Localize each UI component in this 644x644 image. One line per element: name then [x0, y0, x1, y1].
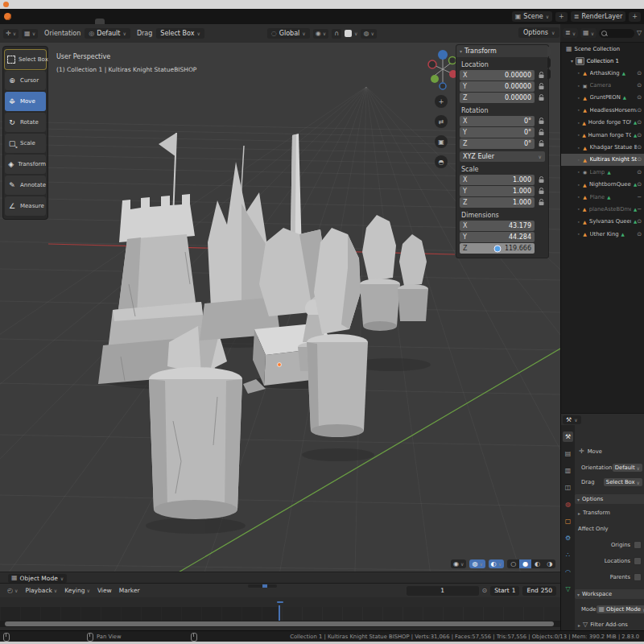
properties-tab[interactable]: ◠ — [563, 567, 573, 577]
eye-icon[interactable]: ⊙ — [637, 231, 642, 237]
n-panel-tab[interactable] — [547, 47, 551, 56]
checkbox-icon[interactable] — [634, 541, 642, 549]
lock-icon[interactable] — [537, 176, 545, 184]
lock-icon[interactable] — [537, 118, 545, 125]
outliner-object-row[interactable]: • ▲ Uther King ▲ ⊙ − — [561, 228, 644, 240]
pan-view-button[interactable]: ⇄ — [435, 115, 448, 128]
gizmo-dropdown[interactable]: ◉ ∨ — [451, 559, 466, 568]
filter-icon[interactable]: ▽ — [637, 30, 642, 36]
scene-collection-row[interactable]: ▦ Scene Collection — [561, 43, 644, 55]
camera-view-button[interactable]: ▣ — [435, 135, 448, 148]
value-field[interactable]: Y 0.00000 — [460, 81, 535, 92]
properties-tab[interactable]: ▥ — [563, 465, 573, 476]
proportional-edit-dropdown[interactable]: ◍ ∨ — [361, 29, 376, 39]
outliner-object-row[interactable]: • ▲ Kultiras Knight Statue BISHO ▲ ⊙ − — [561, 154, 644, 166]
auto-key-button[interactable]: ⊙ — [482, 588, 488, 594]
workspace-tab[interactable] — [119, 19, 129, 24]
options-button[interactable]: Options ∨ — [518, 27, 559, 38]
eye-closed-icon[interactable]: − — [637, 206, 642, 213]
orientation-dropdown[interactable]: Default ∨ — [613, 464, 642, 472]
timeline-playhead[interactable] — [279, 605, 280, 621]
timeline-menu[interactable]: Playback ∨ — [25, 587, 57, 594]
orientation-dropdown[interactable]: ◎ Default ∨ — [85, 28, 130, 39]
rotation-mode-dropdown[interactable]: XYZ Euler ∨ — [460, 151, 545, 162]
value-field[interactable]: Y 1.000 — [460, 186, 535, 196]
lock-icon[interactable] — [537, 83, 545, 90]
transform-panel-header[interactable]: ▾ Transform — [456, 45, 548, 57]
snap-target-swatch[interactable] — [345, 30, 352, 37]
lock-icon[interactable] — [537, 199, 545, 206]
outliner-object-row[interactable]: • ▲ GruntPEON ▲ ⊙ − — [561, 92, 644, 104]
outliner-object-row[interactable]: • ▲ Plane ▲ ⊙ − — [561, 191, 644, 203]
transform-subsection[interactable]: ▸ Transform — [575, 510, 644, 516]
filter-addons-row[interactable]: ▸ ▽ Filter Add-ons — [575, 621, 644, 628]
workspace-tab[interactable] — [83, 19, 93, 24]
eye-icon[interactable]: ⊙ — [637, 218, 642, 225]
outliner-object-row[interactable]: • ▲ planeAsteBDmen ▲ ⊙ − — [561, 203, 644, 215]
workspace-tab[interactable] — [71, 19, 80, 24]
drag-dropdown[interactable]: Select Box ∨ — [604, 478, 642, 486]
mode-dropdown[interactable]: ▦ Object Mode ∨ — [8, 574, 67, 583]
collection-row[interactable]: ▾ ▦ Collection 1 — [561, 55, 644, 67]
properties-tab[interactable]: ▤ — [563, 448, 573, 459]
toolbar-button[interactable]: Scale — [5, 134, 46, 153]
eye-icon[interactable]: ⊙ — [637, 107, 642, 114]
workspace-tab[interactable] — [95, 19, 105, 24]
lock-icon[interactable] — [537, 188, 545, 195]
playback-button[interactable] — [272, 584, 277, 588]
drag-dropdown[interactable]: Select Box ∨ — [156, 28, 204, 39]
xray-toggle[interactable]: ◐ ∨ — [489, 559, 504, 568]
workspace-section-header[interactable]: ▾ Workspace — [575, 589, 644, 599]
value-field[interactable]: X 0.00000 — [460, 70, 535, 80]
timeline-menu[interactable]: Keying ∨ — [64, 587, 90, 594]
lock-icon[interactable] — [537, 72, 545, 79]
value-field[interactable]: X 0° — [460, 116, 535, 126]
toolbar-button[interactable]: ⊕ Cursor — [5, 71, 46, 90]
shading-solid-button[interactable]: ● — [519, 559, 531, 568]
workspace-tab[interactable] — [131, 19, 141, 24]
value-field[interactable]: Z 119.666 — [460, 243, 535, 254]
scene-selector[interactable]: ▣ Scene ∨ — [512, 11, 552, 22]
toolbar-button[interactable]: ∠ Measure — [5, 196, 46, 216]
outliner-object-row[interactable]: • ▲ Sylvanas Queen ▲ ⊙ − — [561, 216, 644, 228]
zoom-view-button[interactable]: + — [435, 95, 448, 108]
outliner-object-row[interactable]: • ▲ Khadgar Statue BISHOP ▲ ⊙ − — [561, 141, 644, 153]
lock-icon[interactable] — [537, 140, 545, 147]
outliner-object-row[interactable]: • ▲ NightbornQueen ▲ ⊙ − — [561, 179, 644, 191]
timeline-menu[interactable]: Marker — [119, 587, 140, 594]
properties-tab[interactable]: ∴ — [563, 550, 573, 560]
transform-orientation-dropdown[interactable]: ◌ Global ∨ — [267, 28, 310, 39]
checkbox-icon[interactable] — [634, 573, 642, 581]
lock-icon[interactable] — [537, 94, 545, 101]
perspective-toggle-button[interactable]: ◓ — [435, 155, 448, 168]
mode-dropdown[interactable]: ▦ Object Mode ∨ — [597, 605, 644, 613]
shading-rendered-button[interactable]: ◑ — [543, 559, 555, 568]
eye-closed-icon[interactable]: − — [637, 194, 642, 200]
properties-tab[interactable]: ◫ — [563, 482, 573, 493]
lock-icon[interactable] — [537, 129, 545, 136]
outliner-object-row[interactable]: • ▲ HeadlessHorsemanHORSE ▲ ⊙ − — [561, 104, 644, 116]
pivot-point-dropdown[interactable]: ◉ ∨ — [313, 29, 328, 39]
shading-material-button[interactable]: ◐ — [531, 559, 543, 568]
eye-icon[interactable]: ⊙ — [637, 156, 642, 163]
outliner-object-row[interactable]: • ▲ Human forge TOWER ▲ ⊙ − — [561, 129, 644, 141]
navigation-gizmo[interactable] — [427, 48, 458, 92]
outliner-object-row[interactable]: • ◉ Lamp ▲ ⊙ − — [561, 166, 644, 178]
workspace-tab[interactable] — [167, 19, 177, 24]
workspace-tab[interactable] — [107, 19, 117, 24]
checkbox-parents[interactable]: Parents — [575, 573, 644, 581]
n-panel-tab[interactable] — [547, 69, 551, 79]
eye-icon[interactable]: ⊙ — [637, 132, 642, 138]
checkbox-origins[interactable]: Origins — [575, 541, 644, 549]
toolbar-button[interactable]: ✎ Annotate — [5, 175, 46, 195]
checkbox-locations[interactable]: Locations — [575, 557, 644, 565]
value-field[interactable]: Z 0° — [460, 138, 535, 149]
eye-icon[interactable]: ⊙ — [637, 169, 642, 175]
value-field[interactable]: Y 0° — [460, 127, 535, 138]
n-panel-tab[interactable] — [547, 58, 551, 68]
eye-icon[interactable]: ⊙ — [637, 70, 642, 76]
properties-tab[interactable]: ⚙ — [563, 533, 573, 543]
timeline-editor-dropdown[interactable]: ◴ ∨ — [7, 588, 18, 594]
view-layer-selector[interactable]: ≣ RenderLayer — [571, 11, 626, 22]
eye-icon[interactable]: ⊙ — [637, 82, 642, 89]
